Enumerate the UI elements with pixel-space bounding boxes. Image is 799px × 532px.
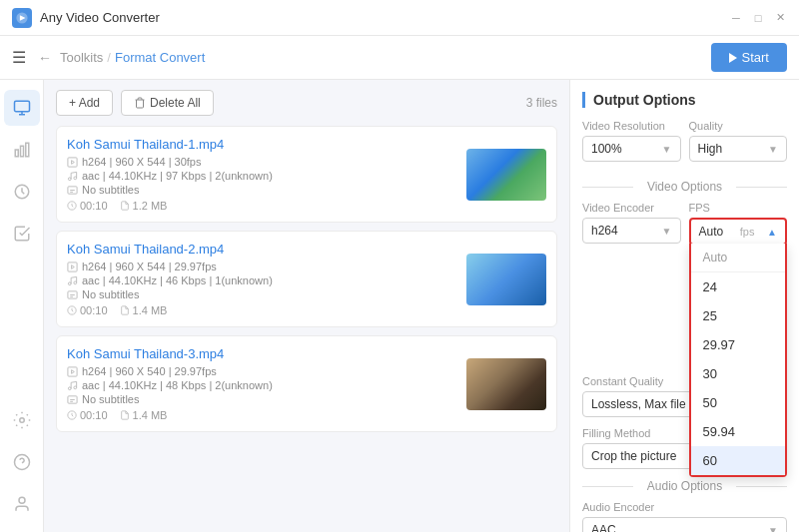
breadcrumb-toolkits[interactable]: Toolkits bbox=[60, 50, 103, 65]
fps-option-60[interactable]: 60 bbox=[691, 446, 786, 475]
quality-select[interactable]: High ▼ bbox=[689, 136, 788, 162]
file-count: 3 files bbox=[526, 96, 557, 110]
toolbar-left: + Add Delete All bbox=[56, 90, 214, 116]
svg-point-28 bbox=[68, 386, 71, 389]
svg-rect-4 bbox=[20, 146, 23, 157]
sidebar-item-user[interactable] bbox=[4, 486, 40, 522]
file-card-3: Koh Samui Thailand-3.mp4 h264 | 960 X 54… bbox=[56, 335, 557, 432]
svg-marker-27 bbox=[72, 369, 75, 373]
svg-rect-18 bbox=[68, 262, 77, 270]
fps-option-30[interactable]: 30 bbox=[691, 359, 786, 388]
start-button[interactable]: Start bbox=[711, 43, 787, 72]
file-info-1: Koh Samui Thailand-1.mp4 h264 | 960 X 54… bbox=[67, 137, 456, 212]
fps-option-50[interactable]: 50 bbox=[691, 388, 786, 417]
fps-option-24[interactable]: 24 bbox=[691, 272, 786, 301]
minimize-button[interactable]: ─ bbox=[729, 11, 743, 25]
fps-select-header[interactable]: Auto fps ▲ bbox=[691, 220, 786, 244]
svg-point-9 bbox=[19, 497, 25, 503]
file-meta-sub-1: No subtitles bbox=[67, 184, 456, 196]
video-icon-3 bbox=[67, 366, 78, 377]
title-bar-controls: ─ □ ✕ bbox=[729, 11, 787, 25]
quality-label: Quality bbox=[689, 120, 788, 132]
output-panel: Output Options Video Resolution 100% ▼ Q… bbox=[569, 80, 799, 532]
video-encoder-select[interactable]: h264 ▼ bbox=[582, 218, 681, 244]
file-meta-sub-3: No subtitles bbox=[67, 393, 456, 405]
svg-rect-5 bbox=[25, 143, 28, 157]
file-meta-audio-3: aac | 44.10KHz | 48 Kbps | 2(unknown) bbox=[67, 379, 456, 391]
maximize-button[interactable]: □ bbox=[751, 11, 765, 25]
fps-select[interactable]: Auto fps ▲ Auto 24 25 29.97 30 50 59.94 … bbox=[689, 218, 788, 246]
svg-marker-19 bbox=[72, 265, 75, 268]
file-list-area: + Add Delete All 3 files Koh Samui Thail… bbox=[44, 80, 569, 532]
add-button[interactable]: + Add bbox=[56, 90, 113, 116]
delete-all-button[interactable]: Delete All bbox=[121, 90, 214, 116]
sidebar-bottom bbox=[4, 402, 40, 522]
breadcrumb: Toolkits / Format Convert bbox=[60, 50, 205, 65]
file-meta-video-3: h264 | 960 X 540 | 29.97fps bbox=[67, 365, 456, 377]
audio-encoder-select[interactable]: AAC ▼ bbox=[582, 517, 787, 532]
back-button[interactable]: ← bbox=[38, 50, 52, 66]
subtitle-icon-3 bbox=[67, 394, 78, 405]
file-list-toolbar: + Add Delete All 3 files bbox=[56, 90, 557, 116]
file-footer-1: 00:10 1.2 MB bbox=[67, 200, 456, 212]
menu-icon[interactable]: ☰ bbox=[12, 48, 26, 67]
encoder-chevron: ▼ bbox=[662, 226, 672, 237]
video-icon-1 bbox=[67, 157, 78, 168]
title-bar: Any Video Converter ─ □ ✕ bbox=[0, 0, 799, 36]
sidebar-item-upload[interactable] bbox=[4, 90, 40, 126]
quality-option: Quality High ▼ bbox=[689, 120, 788, 162]
subtitle-icon-2 bbox=[67, 289, 78, 300]
clock-icon-2 bbox=[67, 305, 77, 315]
panel-title: Output Options bbox=[582, 92, 787, 108]
sidebar-item-stats[interactable] bbox=[4, 132, 40, 168]
video-resolution-option: Video Resolution 100% ▼ bbox=[582, 120, 681, 162]
svg-rect-2 bbox=[14, 101, 29, 112]
size-3: 1.4 MB bbox=[120, 409, 168, 421]
sidebar bbox=[0, 80, 44, 532]
audio-encoder-chevron: ▼ bbox=[768, 525, 778, 533]
duration-3: 00:10 bbox=[67, 409, 108, 421]
audio-options-section: Audio Options bbox=[582, 479, 787, 493]
app-title: Any Video Converter bbox=[40, 10, 160, 25]
fps-option-5994[interactable]: 59.94 bbox=[691, 417, 786, 446]
fps-chevron-up: ▲ bbox=[767, 227, 777, 238]
video-options-section: Video Options bbox=[582, 180, 787, 194]
video-resolution-select[interactable]: 100% ▼ bbox=[582, 136, 681, 162]
file-thumb-2 bbox=[466, 254, 546, 305]
file-meta-sub-2: No subtitles bbox=[67, 288, 456, 300]
sidebar-item-help[interactable] bbox=[4, 444, 40, 480]
subtitle-icon-1 bbox=[67, 185, 78, 196]
sidebar-item-history[interactable] bbox=[4, 174, 40, 210]
file-icon-1 bbox=[120, 201, 130, 211]
breadcrumb-format-convert: Format Convert bbox=[115, 50, 205, 65]
sidebar-item-settings[interactable] bbox=[4, 402, 40, 438]
file-icon-3 bbox=[120, 410, 130, 420]
file-icon-2 bbox=[120, 305, 130, 315]
file-name-2: Koh Samui Thailand-2.mp4 bbox=[67, 242, 456, 257]
fps-unit: fps bbox=[740, 226, 755, 238]
audio-encoder-label: Audio Encoder bbox=[582, 501, 787, 513]
app-icon bbox=[12, 8, 32, 28]
file-footer-2: 00:10 1.4 MB bbox=[67, 304, 456, 316]
size-1: 1.2 MB bbox=[120, 200, 168, 212]
file-info-3: Koh Samui Thailand-3.mp4 h264 | 960 X 54… bbox=[67, 346, 456, 421]
size-2: 1.4 MB bbox=[120, 304, 168, 316]
audio-icon-1 bbox=[67, 171, 78, 182]
file-meta-audio-1: aac | 44.10KHz | 97 Kbps | 2(unknown) bbox=[67, 170, 456, 182]
file-meta-audio-2: aac | 44.10KHz | 46 Kbps | 1(unknown) bbox=[67, 274, 456, 286]
clock-icon-3 bbox=[67, 410, 77, 420]
quality-chevron: ▼ bbox=[768, 144, 778, 155]
resolution-chevron: ▼ bbox=[662, 144, 672, 155]
svg-rect-26 bbox=[68, 366, 77, 375]
fps-option-25[interactable]: 25 bbox=[691, 301, 786, 330]
fps-option-auto[interactable]: Auto bbox=[691, 244, 786, 272]
close-button[interactable]: ✕ bbox=[773, 11, 787, 25]
title-bar-left: Any Video Converter bbox=[12, 8, 160, 28]
sidebar-item-tasks[interactable] bbox=[4, 216, 40, 252]
audio-icon-2 bbox=[67, 275, 78, 286]
start-icon bbox=[729, 53, 737, 63]
resolution-quality-row: Video Resolution 100% ▼ Quality High ▼ bbox=[582, 120, 787, 172]
fps-dropdown: Auto 24 25 29.97 30 50 59.94 60 bbox=[689, 244, 788, 477]
svg-point-21 bbox=[74, 280, 77, 283]
fps-option-2997[interactable]: 29.97 bbox=[691, 330, 786, 359]
